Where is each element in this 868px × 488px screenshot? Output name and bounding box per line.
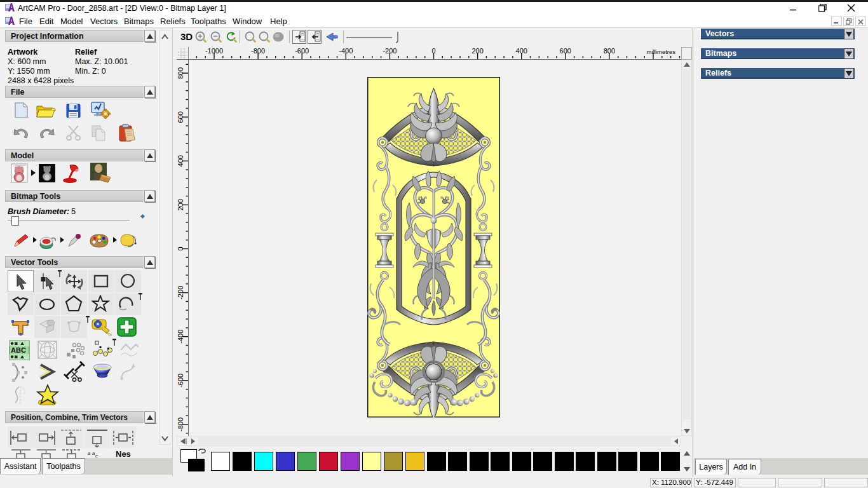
svg-text:millimetres: millimetres	[647, 48, 676, 55]
svg-text:c: c	[95, 453, 98, 458]
svg-text:-600: -600	[295, 47, 309, 55]
svg-text:400: 400	[177, 155, 184, 166]
svg-text:Nes: Nes	[116, 449, 131, 458]
svg-text:-200: -200	[383, 47, 397, 55]
svg-text:ABC: ABC	[11, 346, 26, 354]
svg-text:-200: -200	[177, 286, 184, 300]
svg-text:600: 600	[177, 111, 184, 123]
svg-text:-800: -800	[177, 417, 184, 431]
svg-text:0: 0	[431, 47, 435, 55]
svg-text:200: 200	[471, 47, 483, 55]
svg-text:0: 0	[177, 247, 184, 250]
svg-text:800: 800	[177, 67, 184, 79]
svg-text:600: 600	[560, 47, 571, 55]
svg-text:800: 800	[604, 47, 615, 55]
svg-text:-400: -400	[339, 47, 353, 55]
svg-text:-800: -800	[251, 47, 265, 55]
svg-text:-600: -600	[177, 374, 184, 388]
svg-text:-400: -400	[177, 330, 184, 344]
svg-text:200: 200	[177, 199, 184, 210]
svg-text:-1000: -1000	[205, 47, 223, 55]
svg-text:400: 400	[516, 47, 527, 55]
svg-text:a a: a a	[88, 451, 95, 456]
